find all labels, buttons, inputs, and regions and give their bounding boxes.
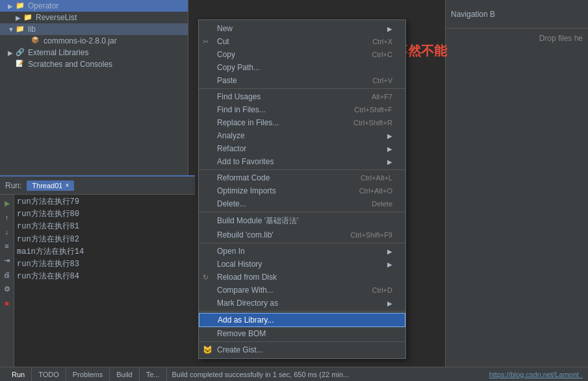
menu-item-find-usages[interactable]: Find Usages Alt+F7 — [199, 90, 405, 103]
run-output[interactable]: run方法在执行79 run方法在执行80 run方法在执行81 run方法在执… — [14, 195, 195, 381]
menu-item-label: Add as Library... — [218, 315, 274, 325]
menu-item-find-files[interactable]: Find in Files... Ctrl+Shift+F — [199, 103, 405, 116]
stop-button[interactable]: ■ — [1, 297, 13, 309]
menu-item-cut[interactable]: ✂ Cut Ctrl+X — [199, 35, 405, 48]
drop-text: Drop files he — [539, 34, 583, 43]
menu-item-label: Copy — [217, 50, 235, 59]
settings-button[interactable]: ⚙ — [1, 283, 13, 295]
tree-item-lib[interactable]: ▼ 📁 lib — [0, 23, 188, 35]
menu-item-copy[interactable]: Copy Ctrl+C — [199, 48, 405, 61]
menu-item-label: Find Usages — [217, 92, 261, 101]
menu-item-label: Reformat Code — [217, 173, 270, 182]
menu-item-label: Create Gist... — [217, 345, 263, 354]
shortcut-label: Ctrl+D — [372, 286, 392, 294]
run-button[interactable]: ▶ — [1, 197, 13, 209]
github-icon: 🐱 — [203, 345, 212, 354]
close-icon[interactable]: × — [65, 182, 69, 189]
menu-item-local-history[interactable]: Local History ▶ — [199, 258, 405, 271]
menu-item-delete[interactable]: Delete... Delete — [199, 197, 405, 210]
shortcut-label: Ctrl+Shift+F — [354, 106, 392, 114]
tree-label: ReverseList — [36, 13, 77, 22]
status-tab-run[interactable]: Run — [5, 367, 32, 381]
menu-item-reformat[interactable]: Reformat Code Ctrl+Alt+L — [199, 171, 405, 184]
menu-item-label: Delete... — [217, 199, 246, 208]
menu-item-label: Optimize Imports — [217, 186, 276, 195]
scroll-up-button[interactable]: ↑ — [1, 212, 13, 223]
status-tab-todo[interactable]: TODO — [32, 367, 66, 381]
submenu-arrow-icon: ▶ — [387, 145, 392, 153]
menu-item-label: Open In — [217, 247, 245, 256]
menu-item-refactor[interactable]: Refactor ▶ — [199, 142, 405, 155]
tree-item-external[interactable]: ▶ 🔗 External Libraries — [0, 47, 188, 58]
menu-item-compare[interactable]: Compare With... Ctrl+D — [199, 284, 405, 297]
menu-item-label: Copy Path... — [217, 63, 260, 72]
navigation-bar: Navigation B — [446, 0, 588, 29]
run-line-2: run方法在执行80 — [17, 208, 192, 221]
menu-item-copy-path[interactable]: Copy Path... — [199, 61, 405, 74]
status-tab-build[interactable]: Build — [110, 367, 139, 381]
submenu-arrow-icon: ▶ — [387, 300, 392, 307]
submenu-arrow-icon: ▶ — [387, 132, 392, 140]
context-menu: New ▶ ✂ Cut Ctrl+X Copy Ctrl+C Copy Path… — [198, 19, 406, 359]
menu-item-label: Rebuild 'com.lib' — [217, 230, 274, 240]
print-button[interactable]: 🖨 — [1, 269, 13, 280]
menu-item-label: Add to Favorites — [217, 157, 274, 166]
submenu-arrow-icon: ▶ — [387, 248, 392, 255]
menu-item-label: Remove BOM — [217, 329, 266, 338]
status-tab-problems[interactable]: Problems — [66, 367, 110, 381]
menu-item-new[interactable]: New ▶ — [199, 22, 405, 35]
menu-item-add-library[interactable]: Add as Library... — [199, 313, 405, 327]
menu-item-build-module[interactable]: Build Module '基础语法' — [199, 214, 405, 228]
menu-item-label: Mark Directory as — [217, 299, 278, 308]
tree-item-operator[interactable]: ▶ 📁 Operator — [0, 0, 188, 12]
tree-label: Scratches and Consoles — [28, 60, 112, 69]
menu-item-remove-bom[interactable]: Remove BOM — [199, 327, 405, 340]
tree-label: Operator — [28, 1, 58, 10]
run-line-6: run方法在执行83 — [17, 258, 192, 271]
shortcut-label: Ctrl+C — [372, 51, 392, 58]
status-tabs: Run TODO Problems Build Te... — [5, 367, 167, 381]
menu-item-paste[interactable]: Paste Ctrl+V — [199, 74, 405, 87]
menu-item-mark-dir[interactable]: Mark Directory as ▶ — [199, 297, 405, 310]
right-panel: Navigation B Drop files he — [445, 0, 588, 367]
scroll-down-button[interactable]: ↓ — [1, 226, 13, 238]
status-url[interactable]: https://blog.csdn.net/Lamont_ — [489, 371, 583, 378]
menu-item-reload[interactable]: ↻ Reload from Disk — [199, 271, 405, 284]
tree-label: lib — [28, 25, 36, 34]
reload-icon: ↻ — [203, 273, 209, 282]
run-line-5: main方法在执行14 — [17, 246, 192, 258]
tree-item-jar[interactable]: 📦 commons-io-2.8.0.jar — [0, 35, 188, 47]
tree-label: commons-io-2.8.0.jar — [44, 36, 117, 45]
wrap-button[interactable]: ⇥ — [1, 254, 13, 266]
run-line-4: run方法在执行82 — [17, 234, 192, 246]
jar-icon: 📦 — [31, 36, 42, 45]
arrow-icon: ▶ — [16, 14, 23, 21]
menu-item-replace-files[interactable]: Replace in Files... Ctrl+Shift+R — [199, 116, 405, 129]
menu-item-label: Paste — [217, 76, 237, 85]
drop-zone[interactable]: Drop files he — [446, 29, 588, 48]
menu-item-create-gist[interactable]: 🐱 Create Gist... — [199, 343, 405, 356]
arrow-icon: ▶ — [8, 49, 16, 56]
align-button[interactable]: ≡ — [1, 240, 13, 252]
menu-item-label: Refactor — [217, 144, 246, 153]
menu-item-optimize[interactable]: Optimize Imports Ctrl+Alt+O — [199, 184, 405, 197]
arrow-icon: ▼ — [8, 26, 16, 33]
status-tab-te[interactable]: Te... — [140, 367, 167, 381]
menu-item-add-favorites[interactable]: Add to Favorites ▶ — [199, 155, 405, 168]
tree-item-scratches[interactable]: 📝 Scratches and Consoles — [0, 58, 188, 70]
shortcut-label: Ctrl+X — [372, 38, 392, 45]
tree-item-reverselist[interactable]: ▶ 📁 ReverseList — [0, 12, 188, 23]
menu-item-analyze[interactable]: Analyze ▶ — [199, 129, 405, 142]
arrow-icon: ▶ — [8, 3, 16, 10]
run-tab[interactable]: Thread01 × — [27, 180, 74, 191]
menu-item-rebuild[interactable]: Rebuild 'com.lib' Ctrl+Shift+F9 — [199, 228, 405, 241]
submenu-arrow-icon: ▶ — [387, 158, 392, 166]
shortcut-label: Alt+F7 — [372, 93, 392, 101]
cut-icon: ✂ — [203, 38, 209, 46]
shortcut-label: Ctrl+Alt+O — [359, 187, 392, 195]
menu-item-open-in[interactable]: Open In ▶ — [199, 245, 405, 258]
menu-item-label: Find in Files... — [217, 105, 266, 114]
scratches-icon: 📝 — [16, 60, 26, 69]
run-tab-label: Thread01 — [32, 182, 62, 190]
folder-icon: 📁 — [16, 1, 26, 10]
